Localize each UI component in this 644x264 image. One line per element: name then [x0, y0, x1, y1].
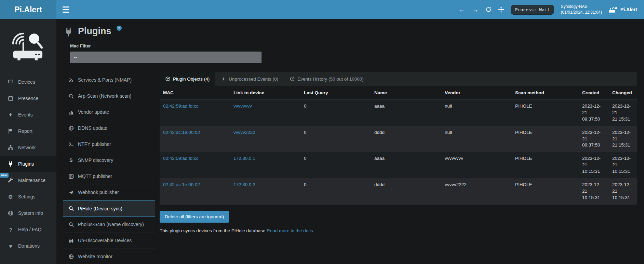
sidebar-item-devices[interactable]: Devices [0, 74, 56, 90]
top-header: Pi.Alert ← → Process: Wait Synology-NAS … [0, 0, 644, 19]
mac-filter-input[interactable] [70, 52, 261, 63]
sidebar-item-maintenance[interactable]: NEW Maintenance [0, 172, 56, 189]
cell-changed: 2023-12-21 21:15:31 [609, 100, 637, 126]
back-arrow-icon[interactable]: ← [459, 6, 466, 13]
plugin-item-arpscan[interactable]: Arp-Scan (Network scan) [63, 88, 155, 104]
host-time: (01/01/2024, 11:31:04) [561, 10, 602, 15]
plugin-objects-table: MAC Link to device Last Query Name Vendo… [160, 86, 637, 205]
cell-scan-method: PIHOLE [512, 152, 579, 178]
app-logo [0, 19, 56, 74]
plugin-item-mqtt[interactable]: MQTT publisher [63, 168, 155, 184]
plugin-item-website-monitor[interactable]: Website monitor [63, 249, 155, 264]
plug-icon [8, 161, 14, 167]
plugins-help-badge[interactable]: ? [117, 26, 122, 31]
bolt-icon [8, 112, 14, 117]
table-row: 02:42:59:ad:fd:cc 172.30.0.1 0 aaaa vvvv… [160, 152, 637, 178]
device-link[interactable]: vvvvvvvv [233, 103, 252, 109]
plugin-item-label: DDNS update [78, 125, 107, 131]
col-last-query: Last Query [300, 86, 371, 100]
table-row: 02:42:ac:1e:00:02 vvvvv2222 0 dddd null … [160, 126, 637, 152]
letter-s-icon: S [68, 158, 74, 163]
user-name: Pi.Alert [620, 7, 637, 12]
plugin-item-label: Arp-Scan (Network scan) [78, 93, 131, 99]
plugin-description-text: This plugin syncs devices from the PiHol… [160, 228, 265, 233]
forward-arrow-icon[interactable]: → [472, 6, 479, 13]
sidebar-item-donations[interactable]: ♥ Donations [0, 238, 56, 254]
page-header: Plugins ? [64, 26, 637, 37]
mac-link[interactable]: 02:42:59:ad:fd:cc [163, 156, 199, 161]
tab-bar: Plugin Objects (4) Unprocessed Events (0… [160, 72, 637, 86]
sidebar-item-report[interactable]: Report [0, 123, 56, 139]
table-header-row: MAC Link to device Last Query Name Vendo… [160, 86, 637, 100]
plugin-item-label: Vendor update [78, 109, 109, 115]
plugin-item-nmap[interactable]: Services & Ports (NMAP) [63, 72, 155, 88]
col-scan-method: Scan method [512, 86, 579, 100]
mac-link[interactable]: 02:42:59:ad:fd:cc [163, 103, 199, 109]
sidebar-item-label: Events [18, 112, 33, 117]
delete-all-button[interactable]: Delete all (filters are ignored) [160, 211, 229, 223]
router-scan-logo [9, 30, 48, 63]
mac-link[interactable]: 02:42:ac:1e:00:02 [163, 130, 200, 135]
sidebar-item-system-info[interactable]: System info [0, 205, 56, 221]
wrench-icon [8, 178, 14, 183]
sidebar-item-network[interactable]: Network [0, 139, 56, 156]
cell-scan-method: PIHOLE [512, 178, 579, 205]
search-icon [68, 222, 74, 227]
sidebar-item-events[interactable]: Events [0, 107, 56, 123]
plugin-item-pihole[interactable]: PiHole (Device sync) [63, 200, 155, 217]
clock-icon [290, 77, 295, 81]
plugin-item-pholus[interactable]: Pholus-Scan (Name discovery) [63, 217, 155, 233]
plugin-description: This plugin syncs devices from the PiHol… [160, 228, 637, 233]
paper-plane-icon [68, 190, 74, 195]
plugin-item-snmp[interactable]: S SNMP discovery [63, 152, 155, 168]
globe-icon [8, 210, 14, 216]
sidebar-item-label: System info [18, 210, 43, 216]
plugin-item-label: Pholus-Scan (Name discovery) [78, 222, 144, 227]
sidebar-item-settings[interactable]: ⚙ Settings [0, 189, 56, 205]
menu-icon[interactable] [56, 0, 75, 19]
move-icon[interactable] [498, 6, 504, 13]
col-name: Name [371, 86, 441, 100]
table-row: 02:42:ac:1e:00:02 172.30.0.2 0 dddd vvvv… [160, 178, 637, 205]
user-menu[interactable]: Pi.Alert [608, 6, 637, 13]
question-icon: ? [8, 227, 14, 232]
tab-plugin-objects[interactable]: Plugin Objects (4) [160, 72, 215, 86]
plugin-item-label: Un-Discoverable Devices [78, 238, 132, 243]
host-name: Synology-NAS [561, 4, 602, 10]
tab-unprocessed-events[interactable]: Unprocessed Events (0) [215, 72, 284, 86]
cube-icon [165, 77, 170, 81]
mac-filter: Mac Filter [70, 43, 637, 63]
plugin-item-ntfy[interactable]: NTFY publisher [63, 136, 155, 152]
device-link[interactable]: 172.30.0.1 [233, 156, 255, 161]
cell-name: aaaa [371, 100, 441, 126]
plugin-item-webhook[interactable]: Webhook publisher [63, 184, 155, 200]
cell-vendor: null [441, 126, 512, 152]
tab-label: Unprocessed Events (0) [229, 77, 278, 82]
brand-logo[interactable]: Pi.Alert [0, 0, 56, 19]
plugin-item-label: PiHole (Device sync) [78, 206, 122, 211]
binoculars-icon [68, 238, 74, 243]
sidebar-item-presence[interactable]: Presence [0, 90, 56, 107]
refresh-icon[interactable] [485, 6, 492, 13]
sidebar-item-plugins[interactable]: Plugins [0, 156, 56, 172]
calendar-icon [8, 96, 14, 101]
sidebar-item-help-faq[interactable]: ? Help / FAQ [0, 221, 56, 238]
tab-events-history[interactable]: Events History (50 out of 10000) [284, 72, 370, 86]
plugin-item-ddns-update[interactable]: DDNS update [63, 120, 155, 136]
plugin-item-label: MQTT publisher [78, 173, 112, 179]
cell-vendor: vvvvvvvv [441, 152, 512, 178]
col-changed: Changed [609, 86, 637, 100]
device-link[interactable]: vvvvv2222 [233, 130, 255, 135]
cell-vendor: null [441, 100, 512, 126]
plugin-item-undiscoverable[interactable]: Un-Discoverable Devices [63, 233, 155, 249]
device-link[interactable]: 172.30.0.2 [233, 182, 255, 187]
cell-name: dddd [371, 178, 441, 205]
router-icon [608, 6, 617, 13]
docs-link[interactable]: Read more in the docs. [267, 228, 314, 233]
sidebar-item-label: Devices [18, 79, 35, 85]
plugin-item-vendor-update[interactable]: Vendor update [63, 104, 155, 120]
signal-icon [68, 78, 74, 83]
plug-icon [64, 26, 73, 37]
mac-link[interactable]: 02:42:ac:1e:00:02 [163, 182, 200, 187]
gear-icon: ⚙ [8, 194, 14, 199]
